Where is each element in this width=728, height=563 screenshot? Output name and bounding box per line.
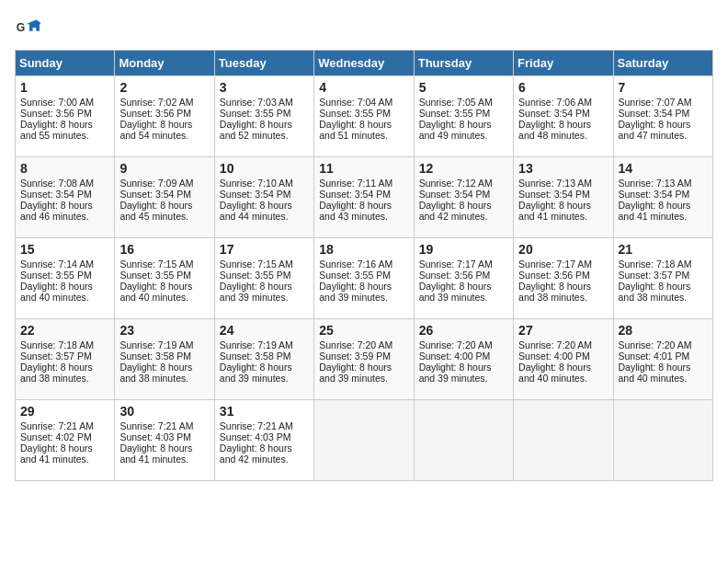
sunrise-label: Sunrise: 7:09 AM — [119, 178, 193, 189]
calendar-week-3: 15Sunrise: 7:14 AMSunset: 3:55 PMDayligh… — [16, 238, 713, 319]
sunrise-label: Sunrise: 7:19 AM — [220, 339, 293, 350]
sunset-label: Sunset: 4:00 PM — [518, 350, 590, 362]
daylight-label: Daylight: 8 hours and 41 minutes. — [518, 200, 591, 222]
daylight-label: Daylight: 8 hours and 40 minutes. — [518, 362, 591, 384]
header: G — [15, 15, 713, 40]
sunrise-label: Sunrise: 7:10 AM — [220, 178, 293, 189]
day-number: 21 — [619, 242, 708, 257]
sunset-label: Sunset: 3:55 PM — [319, 270, 391, 281]
day-number: 24 — [220, 323, 309, 338]
daylight-label: Daylight: 8 hours and 54 minutes. — [119, 119, 192, 141]
calendar-day-23: 23Sunrise: 7:19 AMSunset: 3:58 PMDayligh… — [115, 319, 214, 400]
sunset-label: Sunset: 3:58 PM — [220, 350, 291, 362]
calendar-day-17: 17Sunrise: 7:15 AMSunset: 3:55 PMDayligh… — [214, 238, 313, 319]
sunset-label: Sunset: 3:54 PM — [419, 189, 491, 200]
sunset-label: Sunset: 3:55 PM — [119, 270, 191, 281]
sunset-label: Sunset: 3:57 PM — [20, 350, 92, 362]
sunset-label: Sunset: 3:54 PM — [518, 189, 590, 200]
column-header-monday: Monday — [115, 51, 214, 76]
sunset-label: Sunset: 3:55 PM — [220, 108, 291, 119]
column-header-saturday: Saturday — [613, 51, 712, 76]
day-number: 8 — [20, 161, 109, 176]
header-row: SundayMondayTuesdayWednesdayThursdayFrid… — [16, 51, 713, 76]
daylight-label: Daylight: 8 hours and 43 minutes. — [319, 200, 392, 222]
day-number: 18 — [319, 242, 408, 257]
day-number: 27 — [518, 323, 608, 338]
daylight-label: Daylight: 8 hours and 52 minutes. — [220, 119, 292, 141]
sunrise-label: Sunrise: 7:20 AM — [518, 339, 592, 350]
svg-text:G: G — [17, 21, 26, 34]
calendar-day-28: 28Sunrise: 7:20 AMSunset: 4:01 PMDayligh… — [613, 319, 712, 400]
empty-cell — [613, 400, 712, 481]
calendar-day-3: 3Sunrise: 7:03 AMSunset: 3:55 PMDaylight… — [214, 76, 313, 157]
sunrise-label: Sunrise: 7:17 AM — [518, 259, 592, 270]
sunrise-label: Sunrise: 7:14 AM — [20, 259, 94, 270]
calendar-week-4: 22Sunrise: 7:18 AMSunset: 3:57 PMDayligh… — [16, 319, 713, 400]
calendar-day-4: 4Sunrise: 7:04 AMSunset: 3:55 PMDaylight… — [314, 76, 414, 157]
daylight-label: Daylight: 8 hours and 39 minutes. — [220, 281, 292, 303]
sunset-label: Sunset: 3:57 PM — [619, 270, 690, 281]
sunrise-label: Sunrise: 7:21 AM — [20, 420, 94, 431]
sunrise-label: Sunrise: 7:18 AM — [20, 339, 94, 350]
day-number: 9 — [119, 161, 209, 176]
calendar-day-1: 1Sunrise: 7:00 AMSunset: 3:56 PMDaylight… — [16, 76, 115, 157]
day-number: 7 — [619, 80, 708, 95]
daylight-label: Daylight: 8 hours and 51 minutes. — [319, 119, 392, 141]
day-number: 31 — [220, 404, 309, 419]
day-number: 13 — [518, 161, 608, 176]
calendar-day-9: 9Sunrise: 7:09 AMSunset: 3:54 PMDaylight… — [115, 157, 214, 238]
calendar-day-8: 8Sunrise: 7:08 AMSunset: 3:54 PMDaylight… — [16, 157, 115, 238]
daylight-label: Daylight: 8 hours and 40 minutes. — [619, 362, 691, 384]
calendar-day-6: 6Sunrise: 7:06 AMSunset: 3:54 PMDaylight… — [514, 76, 613, 157]
day-number: 16 — [119, 242, 209, 257]
calendar-table: SundayMondayTuesdayWednesdayThursdayFrid… — [15, 50, 713, 481]
sunset-label: Sunset: 3:55 PM — [419, 108, 491, 119]
daylight-label: Daylight: 8 hours and 42 minutes. — [220, 442, 292, 465]
day-number: 29 — [20, 404, 109, 419]
day-number: 25 — [319, 323, 408, 338]
sunrise-label: Sunrise: 7:00 AM — [20, 97, 94, 108]
day-number: 2 — [119, 80, 209, 95]
sunset-label: Sunset: 4:03 PM — [119, 431, 191, 442]
sunset-label: Sunset: 3:56 PM — [20, 108, 92, 119]
daylight-label: Daylight: 8 hours and 46 minutes. — [20, 200, 93, 222]
calendar-day-16: 16Sunrise: 7:15 AMSunset: 3:55 PMDayligh… — [115, 238, 214, 319]
sunset-label: Sunset: 3:54 PM — [319, 189, 391, 200]
calendar-week-1: 1Sunrise: 7:00 AMSunset: 3:56 PMDaylight… — [16, 76, 713, 157]
day-number: 28 — [619, 323, 708, 338]
calendar-day-19: 19Sunrise: 7:17 AMSunset: 3:56 PMDayligh… — [414, 238, 513, 319]
daylight-label: Daylight: 8 hours and 39 minutes. — [419, 281, 492, 303]
sunset-label: Sunset: 4:02 PM — [20, 431, 92, 442]
calendar-day-7: 7Sunrise: 7:07 AMSunset: 3:54 PMDaylight… — [613, 76, 712, 157]
sunset-label: Sunset: 3:56 PM — [518, 270, 590, 281]
calendar-day-2: 2Sunrise: 7:02 AMSunset: 3:56 PMDaylight… — [115, 76, 214, 157]
sunset-label: Sunset: 4:00 PM — [419, 350, 491, 362]
daylight-label: Daylight: 8 hours and 48 minutes. — [518, 119, 591, 141]
daylight-label: Daylight: 8 hours and 39 minutes. — [419, 362, 492, 384]
sunrise-label: Sunrise: 7:17 AM — [419, 259, 493, 270]
sunrise-label: Sunrise: 7:15 AM — [220, 259, 293, 270]
day-number: 22 — [20, 323, 109, 338]
day-number: 4 — [319, 80, 408, 95]
sunset-label: Sunset: 3:55 PM — [319, 108, 391, 119]
day-number: 19 — [419, 242, 508, 257]
sunrise-label: Sunrise: 7:20 AM — [419, 339, 493, 350]
daylight-label: Daylight: 8 hours and 40 minutes. — [119, 281, 192, 303]
daylight-label: Daylight: 8 hours and 42 minutes. — [419, 200, 492, 222]
sunset-label: Sunset: 4:03 PM — [220, 431, 291, 442]
calendar-week-5: 29Sunrise: 7:21 AMSunset: 4:02 PMDayligh… — [16, 400, 713, 481]
sunset-label: Sunset: 3:54 PM — [518, 108, 590, 119]
svg-marker-1 — [26, 19, 40, 30]
column-header-tuesday: Tuesday — [214, 51, 313, 76]
day-number: 10 — [220, 161, 309, 176]
sunrise-label: Sunrise: 7:12 AM — [419, 178, 493, 189]
daylight-label: Daylight: 8 hours and 41 minutes. — [119, 442, 192, 465]
column-header-friday: Friday — [514, 51, 613, 76]
column-header-wednesday: Wednesday — [314, 51, 414, 76]
sunrise-label: Sunrise: 7:08 AM — [20, 178, 94, 189]
column-header-thursday: Thursday — [414, 51, 513, 76]
day-number: 5 — [419, 80, 508, 95]
sunrise-label: Sunrise: 7:19 AM — [119, 339, 193, 350]
calendar-day-25: 25Sunrise: 7:20 AMSunset: 3:59 PMDayligh… — [314, 319, 414, 400]
calendar-day-12: 12Sunrise: 7:12 AMSunset: 3:54 PMDayligh… — [414, 157, 513, 238]
